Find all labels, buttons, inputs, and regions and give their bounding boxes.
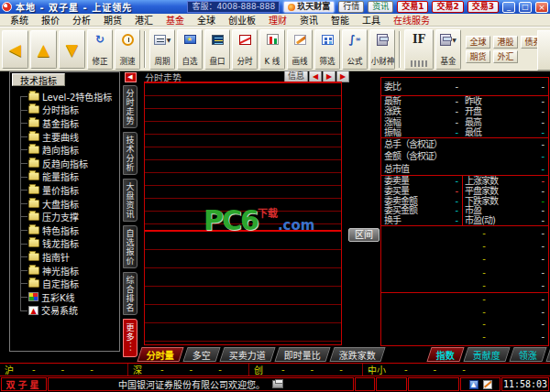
- toolbar-separator: [399, 31, 401, 68]
- vtab-composite-ranking[interactable]: 综合排名: [123, 272, 138, 315]
- tree-item-custom[interactable]: 自定指标: [14, 277, 117, 290]
- market-group-shanghai[interactable]: 沪 - - -: [0, 364, 128, 376]
- tree-item-intraday[interactable]: 分时指标: [14, 103, 117, 117]
- tree-item-fund[interactable]: 基金指标: [14, 116, 117, 130]
- tab-long-short[interactable]: 多空: [182, 347, 220, 362]
- collapse-panel-button[interactable]: ◀: [125, 72, 137, 82]
- tree-item-countertrend[interactable]: 反趋向指标: [14, 157, 117, 170]
- market-group-chinext[interactable]: 创 - - - -: [249, 364, 363, 376]
- tree-item-trend[interactable]: 趋向指标: [14, 143, 117, 157]
- fortune-button[interactable]: 小财神: [369, 29, 395, 70]
- trade1-button[interactable]: 交易1: [397, 1, 428, 13]
- menu-hkfx[interactable]: 港汇: [128, 13, 160, 27]
- tree-item-market[interactable]: 大盘指标: [14, 197, 117, 211]
- clock-icon: [122, 34, 134, 46]
- filter-button[interactable]: 筛选: [314, 29, 340, 70]
- vtab-market-news[interactable]: 大盘资讯: [123, 179, 138, 222]
- message-icon[interactable]: ▲: [469, 380, 478, 389]
- quotes-button[interactable]: 行情: [338, 1, 364, 13]
- tree-item-color-kline[interactable]: 五彩K线: [14, 290, 117, 304]
- tab-buy-sell-force[interactable]: 买卖力道: [219, 347, 275, 362]
- menu-quotes[interactable]: 报价: [35, 13, 66, 27]
- menu-info[interactable]: 资讯: [293, 13, 324, 27]
- welcome-message: 中国银河证券股份有限公司欢迎您。: [48, 377, 354, 391]
- integral-icon: ∫∞: [348, 33, 360, 47]
- trade2-button[interactable]: 交易2: [432, 1, 463, 13]
- tree-item-volprice[interactable]: 量价指标: [14, 183, 117, 197]
- menu-tools[interactable]: 工具: [356, 13, 387, 27]
- forex-button[interactable]: 外汇: [493, 50, 518, 63]
- fund-button[interactable]: ▼ 基金: [435, 29, 461, 70]
- star-folder-icon: ★: [184, 35, 196, 44]
- tree-item-shenguang[interactable]: 神光指标: [14, 264, 117, 278]
- tree-item-special[interactable]: 特色指标: [14, 223, 117, 237]
- market-group-shenzhen[interactable]: 深 - - -: [128, 364, 249, 376]
- tab-current-lots[interactable]: 现手: [545, 347, 550, 362]
- if-index-futures-button[interactable]: IF: [404, 29, 434, 70]
- folder-icon: [28, 279, 39, 288]
- field-label: 委比: [384, 82, 401, 92]
- minimize-button[interactable]: _: [502, 2, 515, 13]
- tree-item-energy[interactable]: 能量指标: [14, 170, 117, 184]
- kline-button[interactable]: K 线: [259, 29, 285, 70]
- tab-contribution[interactable]: 贡献度: [463, 347, 510, 362]
- back-arrow-button[interactable]: ◀: [2, 30, 28, 69]
- intraday-button[interactable]: 分时: [232, 29, 258, 70]
- favorites-button[interactable]: ★ 自选: [177, 29, 203, 70]
- vtab-watchlist-quotes[interactable]: 自选报价: [123, 225, 138, 268]
- market-group-sme[interactable]: 中小 - - -: [363, 364, 550, 376]
- menu-analysis[interactable]: 分析: [66, 13, 97, 27]
- down-arrow-button[interactable]: ▼: [59, 30, 85, 69]
- tree-item-trade-system[interactable]: ▲交易系统: [14, 304, 117, 318]
- correct-button[interactable]: ↻ 修正: [87, 29, 113, 70]
- folder-icon: [28, 186, 39, 194]
- tab-index[interactable]: 指数: [426, 347, 464, 362]
- vtab-technical-analysis[interactable]: 技术分析: [123, 132, 138, 175]
- orderbook-button[interactable]: 盘口: [204, 29, 230, 70]
- menu-global[interactable]: 全球: [191, 13, 222, 27]
- tree-item-support[interactable]: 压力支撑: [14, 210, 117, 223]
- queue-section-upper: -- -- -- -- --: [381, 225, 548, 292]
- trade3-button[interactable]: 交易3: [468, 1, 499, 13]
- folder-icon: [28, 239, 39, 247]
- up-arrow-button[interactable]: ▲: [30, 30, 57, 69]
- menu-smart[interactable]: 智能: [324, 13, 356, 27]
- tree-header-tab[interactable]: 技术指标: [12, 73, 65, 86]
- interval-button[interactable]: 区间: [348, 228, 380, 242]
- clipped-toolbar-button[interactable]: [537, 30, 550, 71]
- global-market-button[interactable]: 全球: [466, 36, 490, 49]
- menu-funds[interactable]: 基金: [160, 13, 191, 27]
- menu-system[interactable]: 系统: [4, 13, 35, 27]
- folder-icon: [28, 212, 39, 221]
- menu-futures[interactable]: 期货: [97, 13, 128, 27]
- pen-icon[interactable]: [483, 380, 492, 389]
- bottom-tab-row: 分时量 多空 买卖力道 即时量比 涨跌家数 指数 贡献度 领涨 现手 K线: [0, 347, 550, 363]
- volume-pane: [145, 232, 341, 343]
- window-title: 本地 - 双子星 - 上证领先: [16, 0, 132, 14]
- news-button[interactable]: 资讯: [368, 1, 393, 13]
- close-button[interactable]: ×: [535, 2, 548, 13]
- tab-intraday-volume[interactable]: 分时量: [137, 347, 183, 362]
- menu-wealth[interactable]: 理财: [262, 13, 293, 27]
- maximize-button[interactable]: □: [519, 2, 532, 13]
- intraday-chart[interactable]: PC6下载.com: [144, 82, 342, 345]
- formula-button[interactable]: ∫∞ 公式: [342, 29, 368, 70]
- tree-item-level2[interactable]: Level-2特色指标: [14, 90, 117, 103]
- menu-online-service[interactable]: 在线服务: [387, 13, 436, 27]
- hk-stocks-button[interactable]: 港股: [493, 36, 518, 49]
- tree-item-compass[interactable]: 指南针: [14, 250, 117, 264]
- tab-leaders[interactable]: 领涨: [509, 347, 546, 362]
- speedtest-button[interactable]: 测速: [115, 29, 140, 70]
- menu-chinext[interactable]: 创业板: [222, 13, 262, 27]
- period-button[interactable]: ▼ 周期: [149, 29, 175, 70]
- tree-item-main-curve[interactable]: 主要曲线: [14, 130, 117, 144]
- drawline-button[interactable]: 画线: [287, 29, 313, 70]
- tree-item-qianlong[interactable]: 钱龙指标: [14, 237, 117, 251]
- vtab-intraday-trend[interactable]: 分时走势: [123, 85, 138, 128]
- futures-market-button[interactable]: 期货: [466, 50, 490, 63]
- promo-button[interactable]: 玖天财富: [283, 1, 335, 13]
- folder-icon: [28, 200, 39, 208]
- tab-advance-decline[interactable]: 涨跌家数: [329, 347, 385, 362]
- printer-icon[interactable]: [272, 380, 283, 388]
- tab-volume-ratio[interactable]: 即时量比: [274, 347, 330, 362]
